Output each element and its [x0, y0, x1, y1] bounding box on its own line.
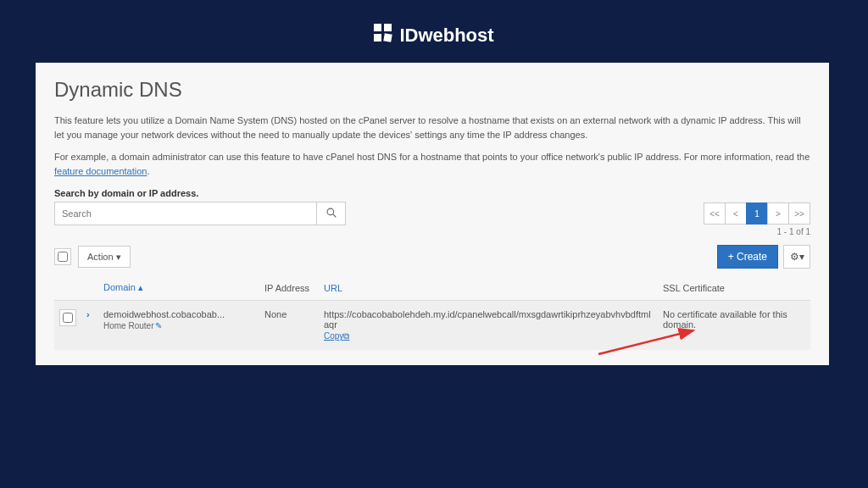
page-title: Dynamic DNS: [54, 78, 810, 102]
brand-logo-icon: [374, 24, 392, 47]
feature-documentation-link[interactable]: feature documentation: [54, 166, 147, 176]
feature-description-2: For example, a domain administrator can …: [54, 150, 810, 178]
domain-name: demoidwebhost.cobacobab...: [103, 309, 254, 319]
copy-url-link[interactable]: Copy⧉: [324, 331, 349, 341]
ip-cell: None: [259, 301, 319, 351]
expand-row-icon[interactable]: ›: [86, 309, 93, 319]
content-panel: Dynamic DNS This feature lets you utiliz…: [36, 63, 829, 365]
feature-description-1: This feature lets you utilize a Domain N…: [54, 114, 810, 141]
page-next-button[interactable]: >: [767, 202, 789, 225]
row-checkbox[interactable]: [59, 309, 76, 326]
page-count: 1 - 1 of 1: [54, 227, 810, 236]
search-group: [54, 202, 346, 225]
page-1-button[interactable]: 1: [746, 202, 768, 225]
domain-column-header[interactable]: Domain ▴: [103, 282, 143, 292]
subdomain-label: Home Router✎: [103, 321, 254, 330]
svg-rect-0: [374, 24, 381, 31]
search-icon: [326, 208, 337, 220]
ssl-column-header: SSL Certificate: [658, 275, 810, 301]
desc2-text-a: For example, a domain administrator can …: [54, 152, 810, 162]
url-value: https://cobacobabolehdeh.my.id/cpanelweb…: [324, 309, 653, 330]
ip-column-header: IP Address: [259, 275, 319, 301]
svg-line-5: [332, 214, 335, 217]
ssl-cell: No certificate available for this domain…: [658, 301, 810, 351]
pagination: << < 1 > >>: [704, 202, 810, 225]
table-row: › demoidwebhost.cobacobab... Home Router…: [54, 301, 810, 351]
svg-rect-1: [384, 24, 392, 31]
subdomain-text: Home Router: [103, 321, 153, 330]
search-input[interactable]: [54, 202, 317, 225]
page-last-button[interactable]: >>: [788, 202, 810, 225]
dns-table: Domain ▴ IP Address URL SSL Certificate …: [54, 275, 810, 350]
svg-point-4: [327, 208, 334, 215]
search-button[interactable]: [317, 202, 346, 225]
edit-icon[interactable]: ✎: [155, 321, 162, 330]
action-dropdown-button[interactable]: Action ▾: [78, 246, 131, 268]
svg-rect-2: [374, 34, 381, 42]
select-all-checkbox[interactable]: [54, 248, 71, 265]
brand-name: IDwebhost: [399, 25, 493, 46]
svg-rect-3: [384, 33, 392, 42]
brand-header: IDwebhost: [0, 0, 868, 63]
page-prev-button[interactable]: <: [725, 202, 747, 225]
copy-icon: ⧉: [343, 331, 349, 341]
create-button[interactable]: + Create: [717, 245, 778, 269]
page-first-button[interactable]: <<: [704, 202, 726, 225]
search-label: Search by domain or IP address.: [54, 188, 810, 198]
url-column-header: URL: [324, 283, 342, 293]
copy-label: Copy: [324, 331, 343, 341]
desc2-text-b: .: [147, 166, 149, 176]
settings-gear-button[interactable]: ⚙▾: [783, 245, 810, 269]
